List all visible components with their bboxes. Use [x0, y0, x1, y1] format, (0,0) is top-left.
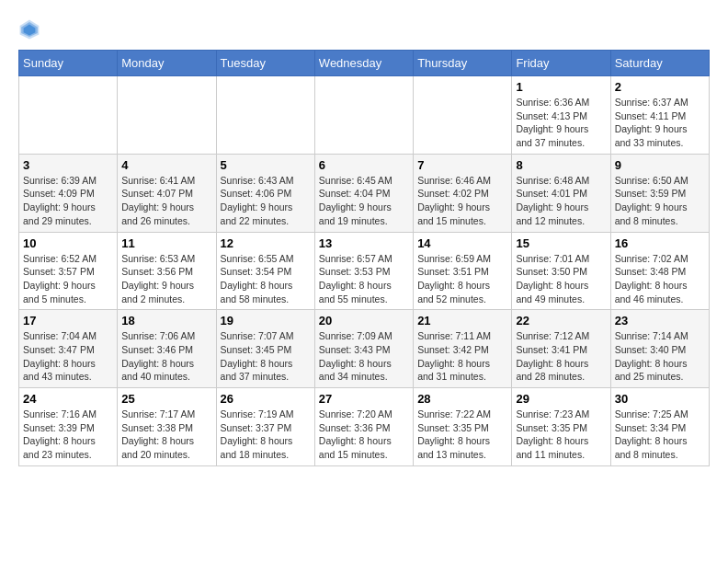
- day-info: Sunrise: 6:53 AMSunset: 3:56 PMDaylight:…: [121, 252, 211, 306]
- day-info: Sunrise: 6:37 AMSunset: 4:11 PMDaylight:…: [615, 96, 705, 150]
- calendar-cell: 14Sunrise: 6:59 AMSunset: 3:51 PMDayligh…: [414, 232, 512, 310]
- calendar-cell: 27Sunrise: 7:20 AMSunset: 3:36 PMDayligh…: [314, 388, 413, 466]
- calendar-cell: 30Sunrise: 7:25 AMSunset: 3:34 PMDayligh…: [610, 388, 709, 466]
- day-info: Sunrise: 7:01 AMSunset: 3:50 PMDaylight:…: [516, 252, 606, 306]
- day-info: Sunrise: 7:16 AMSunset: 3:39 PMDaylight:…: [23, 408, 113, 462]
- day-info: Sunrise: 7:17 AMSunset: 3:38 PMDaylight:…: [121, 408, 211, 462]
- day-info: Sunrise: 6:59 AMSunset: 3:51 PMDaylight:…: [417, 252, 507, 306]
- calendar-cell: 28Sunrise: 7:22 AMSunset: 3:35 PMDayligh…: [414, 388, 512, 466]
- calendar-cell: 5Sunrise: 6:43 AMSunset: 4:06 PMDaylight…: [216, 154, 314, 232]
- day-number: 17: [23, 314, 113, 327]
- calendar-cell: 7Sunrise: 6:46 AMSunset: 4:02 PMDaylight…: [414, 154, 512, 232]
- day-number: 9: [615, 158, 705, 172]
- day-info: Sunrise: 7:11 AMSunset: 3:42 PMDaylight:…: [417, 329, 507, 384]
- calendar-cell: [118, 76, 216, 155]
- day-info: Sunrise: 7:06 AMSunset: 3:46 PMDaylight:…: [121, 329, 211, 384]
- day-number: 16: [615, 236, 705, 250]
- calendar-week-2: 10Sunrise: 6:52 AMSunset: 3:57 PMDayligh…: [19, 232, 710, 310]
- calendar-cell: 11Sunrise: 6:53 AMSunset: 3:56 PMDayligh…: [118, 232, 216, 310]
- day-number: 4: [121, 158, 211, 172]
- logo-icon: [18, 18, 40, 40]
- calendar-header-friday: Friday: [512, 51, 610, 76]
- day-number: 3: [23, 158, 113, 172]
- day-number: 20: [319, 314, 409, 327]
- day-info: Sunrise: 6:36 AMSunset: 4:13 PMDaylight:…: [516, 96, 606, 150]
- calendar-cell: [314, 76, 413, 155]
- day-info: Sunrise: 6:55 AMSunset: 3:54 PMDaylight:…: [221, 252, 311, 306]
- day-number: 24: [23, 392, 113, 406]
- day-number: 8: [516, 158, 606, 172]
- day-number: 25: [121, 392, 211, 406]
- calendar-week-1: 3Sunrise: 6:39 AMSunset: 4:09 PMDaylight…: [19, 154, 710, 232]
- day-info: Sunrise: 7:25 AMSunset: 3:34 PMDaylight:…: [615, 408, 705, 462]
- calendar-cell: 15Sunrise: 7:01 AMSunset: 3:50 PMDayligh…: [512, 232, 610, 310]
- day-info: Sunrise: 7:02 AMSunset: 3:48 PMDaylight:…: [615, 252, 705, 306]
- day-number: 2: [615, 80, 705, 94]
- day-number: 13: [319, 236, 409, 250]
- calendar-header-row: SundayMondayTuesdayWednesdayThursdayFrid…: [19, 51, 710, 76]
- day-number: 19: [221, 314, 311, 327]
- calendar-cell: 8Sunrise: 6:48 AMSunset: 4:01 PMDaylight…: [512, 154, 610, 232]
- day-number: 11: [121, 236, 211, 250]
- day-info: Sunrise: 6:41 AMSunset: 4:07 PMDaylight:…: [121, 174, 211, 228]
- day-number: 22: [516, 314, 606, 327]
- day-info: Sunrise: 7:19 AMSunset: 3:37 PMDaylight:…: [221, 408, 311, 462]
- calendar-cell: 22Sunrise: 7:12 AMSunset: 3:41 PMDayligh…: [512, 310, 610, 388]
- calendar-cell: [414, 76, 512, 155]
- day-info: Sunrise: 6:46 AMSunset: 4:02 PMDaylight:…: [417, 174, 507, 228]
- day-info: Sunrise: 7:04 AMSunset: 3:47 PMDaylight:…: [23, 329, 113, 384]
- calendar-cell: 23Sunrise: 7:14 AMSunset: 3:40 PMDayligh…: [610, 310, 709, 388]
- calendar-header-monday: Monday: [118, 51, 216, 76]
- day-info: Sunrise: 6:45 AMSunset: 4:04 PMDaylight:…: [319, 174, 409, 228]
- calendar-cell: 18Sunrise: 7:06 AMSunset: 3:46 PMDayligh…: [118, 310, 216, 388]
- header: [18, 18, 710, 40]
- day-number: 12: [221, 236, 311, 250]
- calendar-cell: 25Sunrise: 7:17 AMSunset: 3:38 PMDayligh…: [118, 388, 216, 466]
- calendar-header-sunday: Sunday: [19, 51, 118, 76]
- calendar-cell: 4Sunrise: 6:41 AMSunset: 4:07 PMDaylight…: [118, 154, 216, 232]
- day-number: 1: [516, 80, 606, 94]
- day-info: Sunrise: 7:12 AMSunset: 3:41 PMDaylight:…: [516, 329, 606, 384]
- calendar: SundayMondayTuesdayWednesdayThursdayFrid…: [18, 50, 710, 466]
- day-number: 27: [319, 392, 409, 406]
- calendar-cell: 24Sunrise: 7:16 AMSunset: 3:39 PMDayligh…: [19, 388, 118, 466]
- day-info: Sunrise: 7:14 AMSunset: 3:40 PMDaylight:…: [615, 329, 705, 384]
- calendar-cell: 3Sunrise: 6:39 AMSunset: 4:09 PMDaylight…: [19, 154, 118, 232]
- day-number: 28: [417, 392, 507, 406]
- day-info: Sunrise: 7:22 AMSunset: 3:35 PMDaylight:…: [417, 408, 507, 462]
- calendar-week-0: 1Sunrise: 6:36 AMSunset: 4:13 PMDaylight…: [19, 76, 710, 155]
- day-info: Sunrise: 7:23 AMSunset: 3:35 PMDaylight:…: [516, 408, 606, 462]
- day-info: Sunrise: 6:48 AMSunset: 4:01 PMDaylight:…: [516, 174, 606, 228]
- day-number: 6: [319, 158, 409, 172]
- day-info: Sunrise: 6:52 AMSunset: 3:57 PMDaylight:…: [23, 252, 113, 306]
- calendar-week-3: 17Sunrise: 7:04 AMSunset: 3:47 PMDayligh…: [19, 310, 710, 388]
- calendar-cell: 19Sunrise: 7:07 AMSunset: 3:45 PMDayligh…: [216, 310, 314, 388]
- day-info: Sunrise: 6:43 AMSunset: 4:06 PMDaylight:…: [221, 174, 311, 228]
- day-number: 10: [23, 236, 113, 250]
- day-number: 21: [417, 314, 507, 327]
- day-number: 14: [417, 236, 507, 250]
- calendar-cell: 1Sunrise: 6:36 AMSunset: 4:13 PMDaylight…: [512, 76, 610, 155]
- calendar-cell: 29Sunrise: 7:23 AMSunset: 3:35 PMDayligh…: [512, 388, 610, 466]
- calendar-cell: 9Sunrise: 6:50 AMSunset: 3:59 PMDaylight…: [610, 154, 709, 232]
- day-info: Sunrise: 6:50 AMSunset: 3:59 PMDaylight:…: [615, 174, 705, 228]
- calendar-cell: 21Sunrise: 7:11 AMSunset: 3:42 PMDayligh…: [414, 310, 512, 388]
- day-number: 30: [615, 392, 705, 406]
- calendar-cell: 12Sunrise: 6:55 AMSunset: 3:54 PMDayligh…: [216, 232, 314, 310]
- calendar-week-4: 24Sunrise: 7:16 AMSunset: 3:39 PMDayligh…: [19, 388, 710, 466]
- day-number: 5: [221, 158, 311, 172]
- calendar-cell: 16Sunrise: 7:02 AMSunset: 3:48 PMDayligh…: [610, 232, 709, 310]
- day-info: Sunrise: 6:39 AMSunset: 4:09 PMDaylight:…: [23, 174, 113, 228]
- day-number: 29: [516, 392, 606, 406]
- day-number: 23: [615, 314, 705, 327]
- calendar-cell: 2Sunrise: 6:37 AMSunset: 4:11 PMDaylight…: [610, 76, 709, 155]
- logo: [18, 18, 44, 40]
- calendar-header-tuesday: Tuesday: [216, 51, 314, 76]
- day-number: 18: [121, 314, 211, 327]
- calendar-cell: 13Sunrise: 6:57 AMSunset: 3:53 PMDayligh…: [314, 232, 413, 310]
- calendar-cell: 17Sunrise: 7:04 AMSunset: 3:47 PMDayligh…: [19, 310, 118, 388]
- day-info: Sunrise: 7:07 AMSunset: 3:45 PMDaylight:…: [221, 329, 311, 384]
- day-number: 26: [221, 392, 311, 406]
- calendar-header-wednesday: Wednesday: [314, 51, 413, 76]
- calendar-cell: 20Sunrise: 7:09 AMSunset: 3:43 PMDayligh…: [314, 310, 413, 388]
